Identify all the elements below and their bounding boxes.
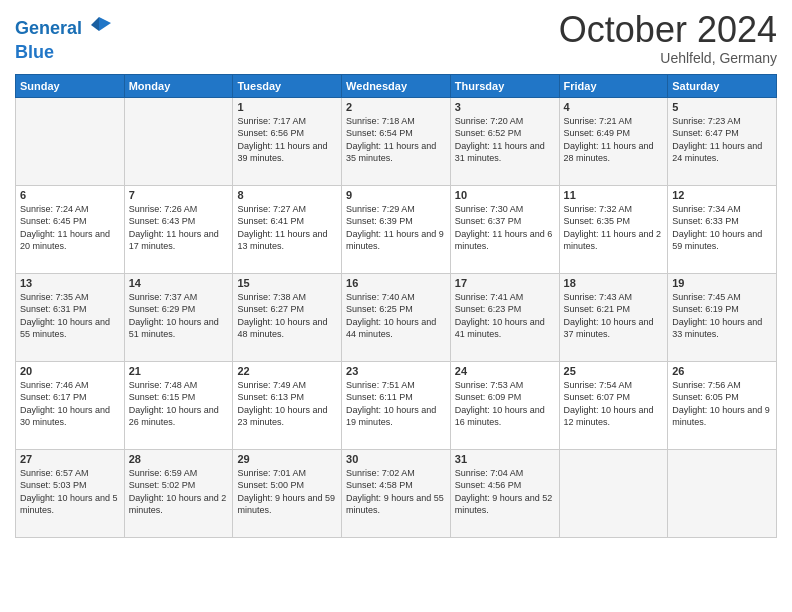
weekday-header-thursday: Thursday — [450, 74, 559, 97]
logo-icon — [85, 15, 113, 43]
calendar-cell: 26Sunrise: 7:56 AMSunset: 6:05 PMDayligh… — [668, 361, 777, 449]
header: General Blue October 2024 Uehlfeld, Germ… — [15, 10, 777, 66]
calendar-cell: 20Sunrise: 7:46 AMSunset: 6:17 PMDayligh… — [16, 361, 125, 449]
day-info: Sunrise: 7:32 AMSunset: 6:35 PMDaylight:… — [564, 203, 664, 253]
day-info: Sunrise: 7:27 AMSunset: 6:41 PMDaylight:… — [237, 203, 337, 253]
day-info: Sunrise: 6:57 AMSunset: 5:03 PMDaylight:… — [20, 467, 120, 517]
day-info: Sunrise: 7:54 AMSunset: 6:07 PMDaylight:… — [564, 379, 664, 429]
day-number: 7 — [129, 189, 229, 201]
day-number: 24 — [455, 365, 555, 377]
weekday-header-monday: Monday — [124, 74, 233, 97]
calendar-cell: 25Sunrise: 7:54 AMSunset: 6:07 PMDayligh… — [559, 361, 668, 449]
day-number: 8 — [237, 189, 337, 201]
day-info: Sunrise: 7:18 AMSunset: 6:54 PMDaylight:… — [346, 115, 446, 165]
day-number: 29 — [237, 453, 337, 465]
day-number: 6 — [20, 189, 120, 201]
day-info: Sunrise: 7:45 AMSunset: 6:19 PMDaylight:… — [672, 291, 772, 341]
day-number: 31 — [455, 453, 555, 465]
calendar-cell: 29Sunrise: 7:01 AMSunset: 5:00 PMDayligh… — [233, 449, 342, 537]
day-number: 5 — [672, 101, 772, 113]
calendar-cell: 1Sunrise: 7:17 AMSunset: 6:56 PMDaylight… — [233, 97, 342, 185]
day-info: Sunrise: 7:26 AMSunset: 6:43 PMDaylight:… — [129, 203, 229, 253]
day-number: 2 — [346, 101, 446, 113]
calendar-cell: 8Sunrise: 7:27 AMSunset: 6:41 PMDaylight… — [233, 185, 342, 273]
day-number: 1 — [237, 101, 337, 113]
day-number: 17 — [455, 277, 555, 289]
day-number: 14 — [129, 277, 229, 289]
weekday-header-friday: Friday — [559, 74, 668, 97]
calendar-cell: 9Sunrise: 7:29 AMSunset: 6:39 PMDaylight… — [342, 185, 451, 273]
day-number: 22 — [237, 365, 337, 377]
calendar-cell: 15Sunrise: 7:38 AMSunset: 6:27 PMDayligh… — [233, 273, 342, 361]
day-number: 19 — [672, 277, 772, 289]
calendar-cell: 28Sunrise: 6:59 AMSunset: 5:02 PMDayligh… — [124, 449, 233, 537]
day-info: Sunrise: 7:38 AMSunset: 6:27 PMDaylight:… — [237, 291, 337, 341]
calendar-cell: 12Sunrise: 7:34 AMSunset: 6:33 PMDayligh… — [668, 185, 777, 273]
day-info: Sunrise: 7:37 AMSunset: 6:29 PMDaylight:… — [129, 291, 229, 341]
calendar-cell: 5Sunrise: 7:23 AMSunset: 6:47 PMDaylight… — [668, 97, 777, 185]
day-info: Sunrise: 7:40 AMSunset: 6:25 PMDaylight:… — [346, 291, 446, 341]
day-number: 30 — [346, 453, 446, 465]
calendar-cell: 22Sunrise: 7:49 AMSunset: 6:13 PMDayligh… — [233, 361, 342, 449]
calendar-cell: 17Sunrise: 7:41 AMSunset: 6:23 PMDayligh… — [450, 273, 559, 361]
calendar-cell: 6Sunrise: 7:24 AMSunset: 6:45 PMDaylight… — [16, 185, 125, 273]
day-info: Sunrise: 7:17 AMSunset: 6:56 PMDaylight:… — [237, 115, 337, 165]
calendar-cell — [124, 97, 233, 185]
calendar-cell: 30Sunrise: 7:02 AMSunset: 4:58 PMDayligh… — [342, 449, 451, 537]
week-row-4: 20Sunrise: 7:46 AMSunset: 6:17 PMDayligh… — [16, 361, 777, 449]
calendar-cell — [668, 449, 777, 537]
day-info: Sunrise: 7:04 AMSunset: 4:56 PMDaylight:… — [455, 467, 555, 517]
day-info: Sunrise: 7:30 AMSunset: 6:37 PMDaylight:… — [455, 203, 555, 253]
day-info: Sunrise: 7:43 AMSunset: 6:21 PMDaylight:… — [564, 291, 664, 341]
day-info: Sunrise: 7:20 AMSunset: 6:52 PMDaylight:… — [455, 115, 555, 165]
day-number: 15 — [237, 277, 337, 289]
logo-text-blue: Blue — [15, 43, 113, 63]
calendar-cell — [559, 449, 668, 537]
logo: General Blue — [15, 15, 113, 63]
day-info: Sunrise: 7:51 AMSunset: 6:11 PMDaylight:… — [346, 379, 446, 429]
svg-marker-1 — [91, 17, 99, 31]
day-info: Sunrise: 7:29 AMSunset: 6:39 PMDaylight:… — [346, 203, 446, 253]
calendar-cell: 24Sunrise: 7:53 AMSunset: 6:09 PMDayligh… — [450, 361, 559, 449]
day-info: Sunrise: 7:56 AMSunset: 6:05 PMDaylight:… — [672, 379, 772, 429]
day-number: 10 — [455, 189, 555, 201]
month-title: October 2024 — [559, 10, 777, 50]
page: General Blue October 2024 Uehlfeld, Germ… — [0, 0, 792, 612]
day-info: Sunrise: 7:21 AMSunset: 6:49 PMDaylight:… — [564, 115, 664, 165]
day-info: Sunrise: 7:35 AMSunset: 6:31 PMDaylight:… — [20, 291, 120, 341]
calendar-cell: 7Sunrise: 7:26 AMSunset: 6:43 PMDaylight… — [124, 185, 233, 273]
day-number: 9 — [346, 189, 446, 201]
day-number: 3 — [455, 101, 555, 113]
calendar: SundayMondayTuesdayWednesdayThursdayFrid… — [15, 74, 777, 538]
calendar-cell: 18Sunrise: 7:43 AMSunset: 6:21 PMDayligh… — [559, 273, 668, 361]
calendar-cell: 16Sunrise: 7:40 AMSunset: 6:25 PMDayligh… — [342, 273, 451, 361]
weekday-header-row: SundayMondayTuesdayWednesdayThursdayFrid… — [16, 74, 777, 97]
location: Uehlfeld, Germany — [559, 50, 777, 66]
calendar-cell: 13Sunrise: 7:35 AMSunset: 6:31 PMDayligh… — [16, 273, 125, 361]
day-info: Sunrise: 7:48 AMSunset: 6:15 PMDaylight:… — [129, 379, 229, 429]
day-number: 26 — [672, 365, 772, 377]
calendar-cell: 3Sunrise: 7:20 AMSunset: 6:52 PMDaylight… — [450, 97, 559, 185]
calendar-cell: 21Sunrise: 7:48 AMSunset: 6:15 PMDayligh… — [124, 361, 233, 449]
day-info: Sunrise: 7:01 AMSunset: 5:00 PMDaylight:… — [237, 467, 337, 517]
day-number: 25 — [564, 365, 664, 377]
day-info: Sunrise: 7:46 AMSunset: 6:17 PMDaylight:… — [20, 379, 120, 429]
calendar-cell: 10Sunrise: 7:30 AMSunset: 6:37 PMDayligh… — [450, 185, 559, 273]
day-number: 11 — [564, 189, 664, 201]
day-number: 12 — [672, 189, 772, 201]
day-number: 4 — [564, 101, 664, 113]
calendar-cell: 14Sunrise: 7:37 AMSunset: 6:29 PMDayligh… — [124, 273, 233, 361]
calendar-cell: 4Sunrise: 7:21 AMSunset: 6:49 PMDaylight… — [559, 97, 668, 185]
calendar-cell: 19Sunrise: 7:45 AMSunset: 6:19 PMDayligh… — [668, 273, 777, 361]
weekday-header-saturday: Saturday — [668, 74, 777, 97]
day-info: Sunrise: 7:24 AMSunset: 6:45 PMDaylight:… — [20, 203, 120, 253]
calendar-cell — [16, 97, 125, 185]
calendar-cell: 31Sunrise: 7:04 AMSunset: 4:56 PMDayligh… — [450, 449, 559, 537]
calendar-cell: 27Sunrise: 6:57 AMSunset: 5:03 PMDayligh… — [16, 449, 125, 537]
day-info: Sunrise: 7:34 AMSunset: 6:33 PMDaylight:… — [672, 203, 772, 253]
day-number: 27 — [20, 453, 120, 465]
day-info: Sunrise: 7:41 AMSunset: 6:23 PMDaylight:… — [455, 291, 555, 341]
week-row-2: 6Sunrise: 7:24 AMSunset: 6:45 PMDaylight… — [16, 185, 777, 273]
day-info: Sunrise: 6:59 AMSunset: 5:02 PMDaylight:… — [129, 467, 229, 517]
title-block: October 2024 Uehlfeld, Germany — [559, 10, 777, 66]
